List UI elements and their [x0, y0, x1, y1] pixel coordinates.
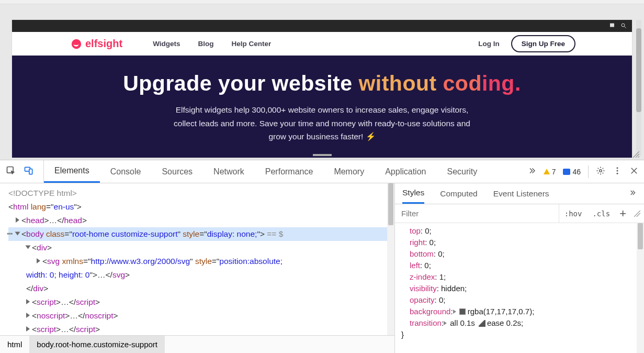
svg-point-7 — [617, 167, 618, 169]
styles-filter-input[interactable] — [395, 204, 559, 223]
color-swatch-icon[interactable] — [459, 308, 466, 315]
css-rules[interactable]: top: 0; right: 0; bottom: 0; left: 0; z-… — [395, 223, 644, 353]
hero-line3: grow your business faster! ⚡ — [268, 132, 375, 141]
tab-listeners[interactable]: Event Listeners — [493, 189, 549, 198]
dom-head[interactable]: <head>…</head> — [8, 214, 394, 227]
hero-title-g2: cod — [437, 71, 482, 95]
dom-doctype[interactable]: <!DOCTYPE html> — [8, 186, 394, 200]
dom-html-open[interactable]: <html lang="en-us"> — [8, 200, 394, 214]
styles-scrollbar[interactable] — [637, 223, 644, 353]
dom-scrollbar[interactable] — [387, 183, 394, 335]
site-nav: elfsight Widgets Blog Help Center Log In… — [12, 32, 632, 56]
hero-line2: collect leads and more. Save your time a… — [174, 119, 470, 128]
tab-computed[interactable]: Computed — [440, 189, 478, 198]
dom-tree[interactable]: <!DOCTYPE html> <html lang="en-us"> <hea… — [0, 183, 394, 335]
messages-number: 46 — [572, 168, 581, 176]
devtools-toolbar: Elements Console Sources Network Perform… — [0, 160, 644, 183]
styles-more-icon[interactable] — [628, 189, 637, 199]
svg-line-2 — [625, 26, 626, 28]
elements-panel: <!DOCTYPE html> <html lang="en-us"> <hea… — [0, 183, 395, 353]
svg-point-6 — [600, 170, 602, 172]
more-tabs-icon[interactable] — [527, 166, 536, 177]
styles-panel: Styles Computed Event Listeners :hov .cl… — [395, 183, 644, 353]
warnings-count[interactable]: 7 — [544, 168, 556, 176]
brand-logo[interactable]: elfsight — [71, 38, 122, 50]
tab-memory[interactable]: Memory — [323, 160, 375, 183]
dom-noscript[interactable]: <noscript>…</noscript> — [8, 309, 394, 323]
hero-title-g1: without — [358, 71, 436, 95]
notify-icon[interactable] — [609, 21, 615, 31]
svg-rect-5 — [29, 169, 32, 174]
frame-resizer-icon[interactable] — [632, 151, 640, 160]
crumb-html[interactable]: html — [0, 336, 29, 353]
dom-svg[interactable]: <svg xmlns="http://www.w3.org/2000/svg" … — [8, 255, 394, 268]
frame-split-handle[interactable] — [0, 150, 644, 160]
admin-bar — [12, 20, 632, 32]
dom-body[interactable]: •••<body class="root-home customize-supp… — [8, 227, 394, 241]
warning-icon — [544, 169, 550, 174]
devtools: Elements Console Sources Network Perform… — [0, 160, 644, 353]
breadcrumbs: html body.root-home.customize-support — [0, 335, 394, 353]
svg-rect-0 — [610, 23, 614, 27]
svg-point-8 — [617, 170, 618, 172]
tab-sources[interactable]: Sources — [151, 160, 203, 183]
brand-text: elfsight — [85, 38, 122, 50]
tab-elements[interactable]: Elements — [44, 160, 100, 183]
dom-script1[interactable]: <script>…</script> — [8, 295, 394, 309]
tab-console[interactable]: Console — [100, 160, 152, 183]
tab-network[interactable]: Network — [203, 160, 255, 183]
tab-styles[interactable]: Styles — [402, 183, 424, 204]
message-icon — [563, 169, 570, 175]
nav-blog[interactable]: Blog — [198, 40, 214, 48]
devtools-tabs: Elements Console Sources Network Perform… — [44, 160, 488, 183]
nav-widgets[interactable]: Widgets — [153, 40, 180, 48]
signup-button[interactable]: Sign Up Free — [511, 35, 575, 52]
dom-div-close[interactable]: </div> — [8, 282, 394, 295]
tab-application[interactable]: Application — [375, 160, 436, 183]
ease-icon[interactable] — [479, 320, 485, 327]
inspect-icon[interactable] — [6, 166, 16, 178]
close-icon[interactable] — [629, 166, 639, 177]
hero-title: Upgrade your website without coding. — [12, 71, 632, 96]
dom-div-open[interactable]: <div> — [8, 241, 394, 255]
hero: Upgrade your website without coding. Elf… — [12, 56, 632, 158]
kebab-icon[interactable] — [613, 166, 622, 177]
nav-help[interactable]: Help Center — [232, 40, 272, 48]
styles-tabs: Styles Computed Event Listeners — [395, 183, 644, 204]
tab-performance[interactable]: Performance — [255, 160, 324, 183]
page-scrollbar[interactable] — [636, 20, 641, 156]
gear-icon[interactable] — [596, 166, 605, 177]
page-preview: elfsight Widgets Blog Help Center Log In… — [12, 20, 632, 158]
hero-title-pre: Upgrade your website — [123, 71, 358, 95]
hero-sub: Elfsight widgets help 300,000+ website o… — [12, 103, 632, 144]
hero-title-g3: ing. — [482, 71, 521, 95]
dom-script2[interactable]: <script>…</script> — [8, 323, 394, 335]
dom-svg2[interactable]: width: 0; height: 0">…</svg> — [8, 268, 394, 282]
search-icon[interactable] — [620, 21, 627, 31]
tab-security[interactable]: Security — [436, 160, 488, 183]
login-link[interactable]: Log In — [478, 40, 500, 48]
device-toggle-icon[interactable] — [24, 166, 34, 178]
hero-line1: Elfsight widgets help 300,000+ website o… — [176, 105, 469, 114]
hov-toggle[interactable]: :hov — [559, 209, 587, 218]
svg-point-1 — [622, 24, 625, 27]
warnings-number: 7 — [552, 168, 556, 176]
cls-toggle[interactable]: .cls — [587, 209, 615, 218]
svg-point-9 — [617, 173, 618, 174]
new-rule-icon[interactable]: + — [615, 207, 630, 220]
crumb-body[interactable]: body.root-home.customize-support — [29, 336, 165, 353]
styles-filter-row: :hov .cls + — [395, 204, 644, 223]
ruler — [0, 0, 644, 4]
messages-count[interactable]: 46 — [563, 168, 581, 176]
panel-resizer-icon[interactable] — [634, 210, 641, 217]
